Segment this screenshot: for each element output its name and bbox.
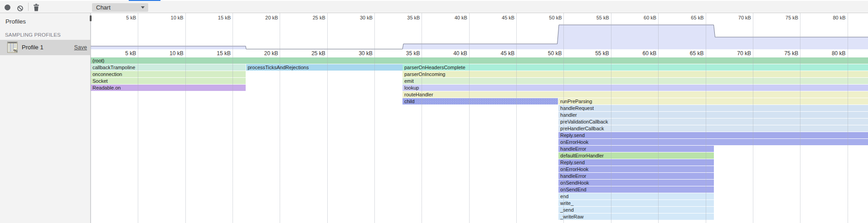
- svg-text:%: %: [14, 48, 17, 53]
